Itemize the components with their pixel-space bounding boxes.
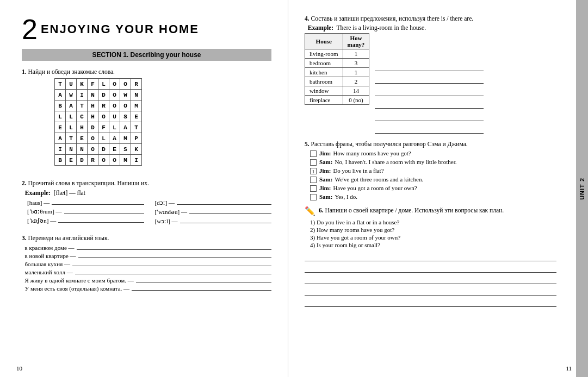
room-name: fireplace — [305, 96, 343, 105]
grid-cell: L — [109, 122, 120, 133]
exercise-6-title: ✏️ 6. Напиши о своей квартире / доме. Ис… — [305, 207, 556, 216]
answer-line — [375, 71, 484, 71]
grid-cell: K — [131, 144, 142, 155]
chapter-title: ENJOYING YOUR HOME — [41, 22, 199, 36]
house-table: HouseHowmany?living-room1bedroom3kitchen… — [305, 33, 369, 105]
dialogue-row: 1Jim:Do you live in a flat? — [310, 167, 556, 174]
exercise-4: 4. Составь и запиши предложения, использ… — [305, 15, 572, 134]
trans-word: [dɔː] — — [155, 199, 175, 206]
unit-label: UNIT 2 — [579, 178, 585, 200]
room-count: 3 — [343, 59, 369, 68]
word-search-grid: TUKFLOORAWINDOWNBATHROOMLLCHOUSEELHDFLAT… — [54, 78, 142, 166]
grid-cell: N — [88, 90, 98, 100]
grid-cell: M — [120, 133, 131, 144]
phrase-text: в новой квартире — — [22, 253, 76, 259]
room-name: bedroom — [305, 59, 343, 68]
grid-cell: A — [109, 133, 120, 144]
answer-line-row — [375, 59, 484, 71]
grid-cell: F — [88, 79, 98, 90]
grid-cell: H — [88, 111, 98, 122]
page-number-right: 11 — [566, 365, 572, 372]
grid-cell: O — [88, 133, 98, 144]
dialogue-row: Sam:We've got three rooms and a kitchen. — [310, 176, 556, 183]
dialogue-checkbox[interactable]: 1 — [310, 168, 317, 174]
grid-cell: N — [77, 144, 88, 155]
grid-cell: O — [120, 79, 131, 90]
grid-cell: A — [55, 90, 66, 100]
dialogue-checkbox[interactable] — [310, 150, 317, 157]
exercise-5-title: 5. Расставь фразы, чтобы получился разго… — [305, 141, 556, 147]
trans-col-2: [dɔː] —[ˈwɪndəu] —[wɔːl] — — [155, 199, 272, 227]
grid-cell: T — [55, 79, 66, 90]
phrase-line — [136, 282, 271, 282]
translation-phrases: в красивом доме — в новой квартире — бол… — [22, 244, 271, 292]
grid-cell: O — [120, 100, 131, 111]
grid-cell: O — [109, 155, 120, 166]
grid-cell: E — [77, 133, 88, 144]
page-number-left: 10 — [16, 365, 22, 372]
answer-line-row — [375, 97, 484, 109]
table-header: Howmany? — [343, 34, 369, 49]
phrase-line — [75, 274, 271, 274]
grid-cell: E — [109, 144, 120, 155]
translation-phrase: большая кухня — — [22, 261, 271, 267]
grid-cell: M — [120, 155, 131, 166]
answer-lines — [375, 33, 484, 134]
grid-cell: T — [77, 100, 88, 111]
grid-cell: E — [55, 122, 66, 133]
answer-line-row — [375, 84, 484, 96]
phrase-text: маленький холл — — [22, 269, 73, 275]
grid-cell: O — [109, 100, 120, 111]
table-with-lines: HouseHowmany?living-room1bedroom3kitchen… — [305, 33, 556, 134]
grid-cell: N — [131, 90, 142, 100]
grid-cell: A — [120, 122, 131, 133]
trans-row: [haus] — — [27, 199, 144, 206]
dialogue-checkbox[interactable] — [310, 159, 317, 166]
trans-word: [wɔːl] — — [155, 218, 178, 225]
answer-line-row — [375, 109, 484, 121]
dialogue-speech: Do you live in a flat? — [333, 167, 383, 174]
dialogue-speaker: Sam: — [319, 159, 332, 165]
trans-answer-line — [58, 222, 144, 223]
grid-cell: O — [109, 90, 120, 100]
translation-phrase: У меня есть своя (отдельная) комната. — — [22, 285, 271, 292]
dialogue-speaker: Jim: — [319, 167, 331, 174]
trans-answer-line — [64, 213, 144, 213]
dialogue-row: Jim:Have you got a room of your own? — [310, 185, 556, 192]
dialogue-checkbox[interactable] — [310, 177, 317, 183]
grid-cell: T — [131, 122, 142, 133]
dialogue-checkbox[interactable] — [310, 185, 317, 192]
trans-word: [ˈbɑːθrum] — — [27, 208, 62, 215]
exercise-6: ✏️ 6. Напиши о своей квартире / доме. Ис… — [305, 207, 572, 307]
dialogue: Jim:How many rooms have you got?Sam:No, … — [310, 150, 556, 200]
phrase-line — [72, 266, 271, 266]
grid-cell: S — [120, 144, 131, 155]
room-name: window — [305, 86, 343, 96]
translation-phrase: в красивом доме — — [22, 244, 271, 251]
room-count: 1 — [343, 68, 369, 77]
grid-cell: A — [55, 133, 66, 144]
grid-cell: D — [88, 122, 98, 133]
grid-cell: O — [98, 111, 109, 122]
ex6-question: 4) Is your room big or small? — [310, 242, 556, 248]
exercise-1-title: 1. Найди и обведи знакомые слова. — [22, 68, 271, 75]
title-area: 2 ENJOYING YOUR HOME — [22, 15, 271, 43]
dialogue-speech: How many rooms have you got? — [333, 150, 411, 156]
section-header: SECTION 1. Describing your house — [22, 49, 271, 61]
grid-cell: O — [88, 144, 98, 155]
exercise-2: 2. Прочитай слова в транскрипции. Напиши… — [22, 180, 271, 227]
trans-row: [ˈkɪtʃən] — — [27, 217, 144, 224]
table-row: bathroom2 — [305, 77, 369, 86]
grid-cell: I — [55, 144, 66, 155]
dialogue-speech: No, I haven't. I share a room with my li… — [335, 159, 456, 165]
dialogue-row: Sam:Yes, I do. — [310, 193, 556, 200]
room-count: 1 — [343, 49, 369, 59]
phrase-line — [132, 290, 271, 291]
ex6-questions: 1) Do you live in a flat or in a house?2… — [310, 219, 556, 248]
dialogue-checkbox[interactable] — [310, 194, 317, 200]
answer-line-row — [375, 122, 484, 134]
grid-cell: W — [120, 90, 131, 100]
grid-cell: L — [98, 133, 109, 144]
trans-word: [ˈkɪtʃən] — — [27, 217, 56, 224]
grid-cell: O — [98, 155, 109, 166]
